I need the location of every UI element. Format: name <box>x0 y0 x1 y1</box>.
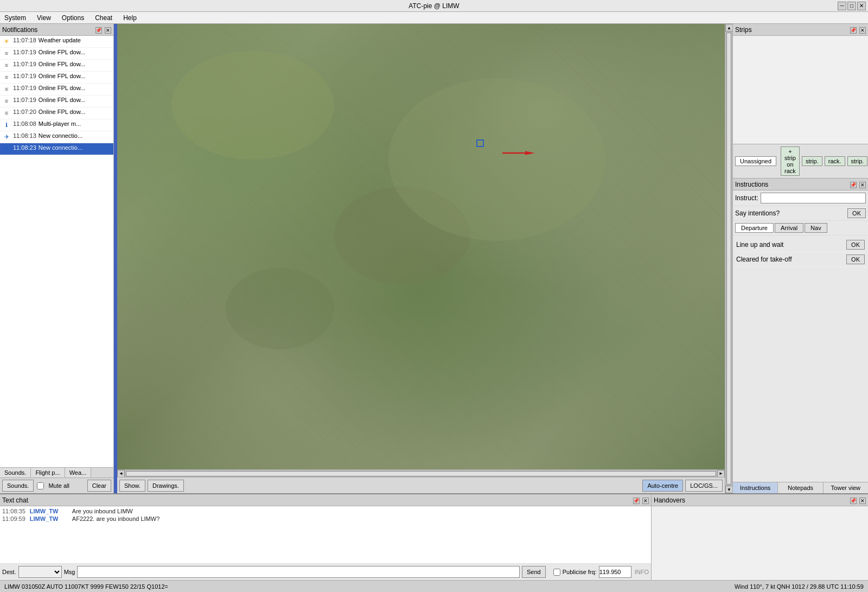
chat-sender-1: LIMW_TW <box>30 515 68 522</box>
notifications-controls: 📌 ✕ <box>94 26 111 34</box>
add-strip-btn[interactable]: + strip on rack <box>781 147 800 176</box>
instructions-bottom-tabs: Instructions Notepads Tower view <box>733 482 868 493</box>
instruction-items: Line up and wait OK Cleared for take-off… <box>733 235 868 482</box>
send-button[interactable]: Send <box>522 566 546 578</box>
tab-sounds[interactable]: Sounds. <box>0 468 31 478</box>
handovers-pin-btn[interactable]: 📌 <box>850 498 857 504</box>
right-panel: Strips 📌 ✕ Unassigned + strip on rack st… <box>732 24 868 493</box>
notification-item-3[interactable]: ≡ 11:07:19 Online FPL dow... <box>0 72 113 84</box>
notif-icon-3: ≡ <box>2 73 11 81</box>
strip-btn[interactable]: strip. <box>802 156 822 166</box>
notif-time-6: 11:07:20 <box>13 109 36 115</box>
left-panel: Notifications 📌 ✕ ☀ 11:07:18 Weather upd… <box>0 24 114 493</box>
scroll-down-btn[interactable]: ▼ <box>725 486 732 493</box>
handovers-content <box>652 506 868 580</box>
mute-checkbox[interactable] <box>37 482 44 489</box>
map-with-scroll: ◄ ► Show. Drawings. Auto-centre LOC/GS..… <box>117 24 732 493</box>
instruct-input[interactable] <box>761 193 866 203</box>
aircraft-marker <box>502 150 535 156</box>
text-chat-header: Text chat 📌 ✕ <box>0 494 651 506</box>
notification-item-1[interactable]: ≡ 11:07:19 Online FPL dow... <box>0 48 113 60</box>
notif-time-5: 11:07:19 <box>13 97 36 103</box>
notif-icon-8: ✈ <box>2 132 11 141</box>
instr-ok-btn-1[interactable]: OK <box>846 254 865 264</box>
notif-text-8: New connectio... <box>39 132 111 139</box>
instr-ok-btn-0[interactable]: OK <box>846 240 865 250</box>
menubar: System View Options Cheat Help <box>0 12 868 24</box>
clear-button[interactable]: Clear <box>87 480 111 492</box>
strips-close-btn[interactable]: ✕ <box>859 27 866 34</box>
menu-options[interactable]: Options <box>60 13 86 23</box>
map-canvas[interactable] <box>117 24 725 469</box>
scroll-thumb-v[interactable] <box>726 33 731 485</box>
tab-flight-plan[interactable]: Flight p... <box>31 468 65 478</box>
notification-item-0[interactable]: ☀ 11:07:18 Weather update <box>0 36 113 48</box>
map-scrollbar-bottom[interactable]: ◄ ► <box>117 469 725 477</box>
notification-item-4[interactable]: ≡ 11:07:19 Online FPL dow... <box>0 84 113 96</box>
main-area: Notifications 📌 ✕ ☀ 11:07:18 Weather upd… <box>0 24 868 493</box>
close-button[interactable]: ✕ <box>857 2 866 10</box>
dest-select[interactable] <box>18 566 62 578</box>
notif-time-4: 11:07:19 <box>13 85 36 91</box>
instruction-tabs: Departure Arrival Nav <box>733 221 868 235</box>
departure-tab[interactable]: Departure <box>735 223 774 233</box>
nav-tab[interactable]: Nav <box>805 223 827 233</box>
publicise-label: Publicise frq: <box>563 569 597 575</box>
chat-close-btn[interactable]: ✕ <box>642 498 649 504</box>
notification-item-7[interactable]: ℹ 11:08:08 Multi-player m... <box>0 119 113 131</box>
instructions-bottom-tab[interactable]: Instructions <box>733 482 778 493</box>
instructions-pin-btn[interactable]: 📌 <box>850 182 857 188</box>
notification-item-5[interactable]: ≡ 11:07:19 Online FPL dow... <box>0 96 113 107</box>
scroll-right-btn[interactable]: ► <box>717 470 725 478</box>
terrain-patch-1 <box>171 51 334 160</box>
strips-controls: 📌 ✕ <box>849 26 866 34</box>
notification-item-2[interactable]: ≡ 11:07:19 Online FPL dow... <box>0 60 113 72</box>
unassigned-tab[interactable]: Unassigned <box>735 156 776 166</box>
tab-weather[interactable]: Wea... <box>65 468 92 478</box>
strips-pin-btn[interactable]: 📌 <box>850 27 857 34</box>
chat-row-1: 11:09:59 LIMW_TW AF2222. are you inbound… <box>2 515 649 523</box>
chat-time-1: 11:09:59 <box>2 515 25 522</box>
loc-gs-button[interactable]: LOC/GS... <box>685 480 723 492</box>
chat-pin-btn[interactable]: 📌 <box>633 498 640 504</box>
notif-time-0: 11:07:18 <box>13 37 36 43</box>
notification-item-6[interactable]: ≡ 11:07:20 Online FPL dow... <box>0 107 113 119</box>
rack-btn[interactable]: rack. <box>825 156 845 166</box>
notification-item-8[interactable]: ✈ 11:08:13 New connectio... <box>0 131 113 143</box>
menu-system[interactable]: System <box>2 13 28 23</box>
scroll-up-btn[interactable]: ▲ <box>725 24 732 31</box>
scroll-left-btn[interactable]: ◄ <box>117 470 125 478</box>
status-right: Wind 110°, 7 kt QNH 1012 / 29.88 UTC 11:… <box>735 583 864 590</box>
chat-input-row: Dest. Msg Send Publicise frq: INFO <box>0 564 651 580</box>
freq-input[interactable] <box>599 566 631 578</box>
drawings-button[interactable]: Drawings. <box>148 480 184 492</box>
instruct-label: Instruct: <box>735 194 758 202</box>
map-scrollbar-right[interactable]: ▲ ▼ <box>725 24 732 493</box>
tower-view-bottom-tab[interactable]: Tower view <box>824 482 868 493</box>
notifications-close-btn[interactable]: ✕ <box>105 27 111 34</box>
instructions-title: Instructions <box>735 181 768 188</box>
handovers-close-btn[interactable]: ✕ <box>859 498 866 504</box>
sounds-button[interactable]: Sounds. <box>2 480 34 492</box>
notification-item-9[interactable]: ✈ 11:08:23 New connectio... <box>0 143 113 155</box>
scroll-thumb-h[interactable] <box>126 471 716 476</box>
auto-centre-button[interactable]: Auto-centre <box>642 480 683 492</box>
minimize-button[interactable]: ─ <box>838 2 846 10</box>
notepads-bottom-tab[interactable]: Notepads <box>778 482 823 493</box>
notifications-header: Notifications 📌 ✕ <box>0 24 113 36</box>
notifications-pin-btn[interactable]: 📌 <box>95 27 102 34</box>
terrain-patch-3 <box>388 78 605 241</box>
msg-input[interactable] <box>77 566 520 578</box>
maximize-button[interactable]: □ <box>847 2 856 10</box>
say-intentions-row: Say intentions? OK <box>733 206 868 221</box>
menu-view[interactable]: View <box>35 13 53 23</box>
instr-label-0: Line up and wait <box>736 241 783 249</box>
menu-cheat[interactable]: Cheat <box>93 13 114 23</box>
arrival-tab[interactable]: Arrival <box>775 223 803 233</box>
strip2-btn[interactable]: strip. <box>847 156 868 166</box>
say-intentions-ok-btn[interactable]: OK <box>847 208 866 218</box>
menu-help[interactable]: Help <box>121 13 139 23</box>
publicise-checkbox[interactable] <box>553 569 560 576</box>
instructions-close-btn[interactable]: ✕ <box>859 182 866 188</box>
show-button[interactable]: Show. <box>119 480 145 492</box>
